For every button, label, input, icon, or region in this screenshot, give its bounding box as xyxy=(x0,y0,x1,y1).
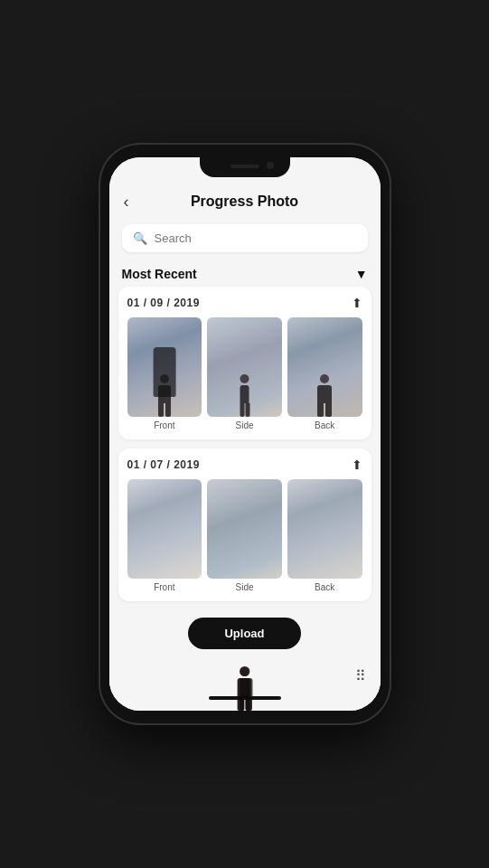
photo-label-side-2: Side xyxy=(236,582,254,592)
group-date-1: 01 / 09 / 2019 xyxy=(127,297,200,309)
photo-label-back-2: Back xyxy=(315,582,334,592)
photo-side-1 xyxy=(207,317,282,417)
search-input[interactable] xyxy=(155,231,357,245)
photo-back-1 xyxy=(287,317,362,417)
search-bar: 🔍 xyxy=(122,224,368,252)
group-header-2: 01 / 07 / 2019 ⬆ xyxy=(127,458,362,472)
page-title: Progress Photo xyxy=(191,193,298,210)
phone-screen: ‹ Progress Photo 🔍 Most Recent ▼ 01 / 09… xyxy=(109,157,381,711)
header: ‹ Progress Photo xyxy=(109,184,381,217)
photo-label-front-1: Front xyxy=(154,420,174,430)
photo-item-back-1[interactable]: Back xyxy=(287,317,362,430)
photo-side-2 xyxy=(207,479,282,579)
share-icon-2[interactable]: ⬆ xyxy=(352,458,362,472)
photo-item-front-2[interactable]: Front xyxy=(127,479,202,592)
section-title: Most Recent xyxy=(122,267,197,281)
photo-back-2 xyxy=(287,479,362,579)
upload-btn-container: Upload xyxy=(109,610,381,660)
photo-group-1: 01 / 09 / 2019 ⬆ xyxy=(118,287,371,439)
section-header: Most Recent ▼ xyxy=(109,259,381,287)
photo-group-2: 01 / 07 / 2019 ⬆ xyxy=(118,448,371,601)
photos-grid-2: Front xyxy=(127,479,362,592)
photo-item-side-2[interactable]: Side xyxy=(207,479,282,592)
photo-label-front-2: Front xyxy=(154,582,174,592)
group-date-2: 01 / 07 / 2019 xyxy=(127,458,200,471)
search-bar-container: 🔍 xyxy=(109,217,381,259)
app-content: ‹ Progress Photo 🔍 Most Recent ▼ 01 / 09… xyxy=(109,157,381,711)
back-button[interactable]: ‹ xyxy=(124,193,129,212)
notch-camera xyxy=(267,162,274,169)
filter-icon[interactable]: ▼ xyxy=(355,267,368,281)
phone-frame: ‹ Progress Photo 🔍 Most Recent ▼ 01 / 09… xyxy=(100,145,390,723)
photo-front-1 xyxy=(127,317,202,417)
photo-item-back-2[interactable]: Back xyxy=(287,479,362,592)
grid-icon[interactable]: ⠿ xyxy=(355,667,366,684)
photos-grid-1: Front xyxy=(127,317,362,430)
photo-item-front-1[interactable]: Front xyxy=(127,317,202,430)
photo-label-back-1: Back xyxy=(315,420,334,430)
search-icon: 🔍 xyxy=(133,231,147,245)
notch-speaker xyxy=(230,165,259,168)
photo-item-side-1[interactable]: Side xyxy=(207,317,282,430)
share-icon-1[interactable]: ⬆ xyxy=(352,296,362,310)
photo-front-2 xyxy=(127,479,202,579)
upload-button[interactable]: Upload xyxy=(188,618,300,649)
photo-label-side-1: Side xyxy=(236,420,254,430)
notch xyxy=(200,157,290,177)
group-header-1: 01 / 09 / 2019 ⬆ xyxy=(127,296,362,310)
